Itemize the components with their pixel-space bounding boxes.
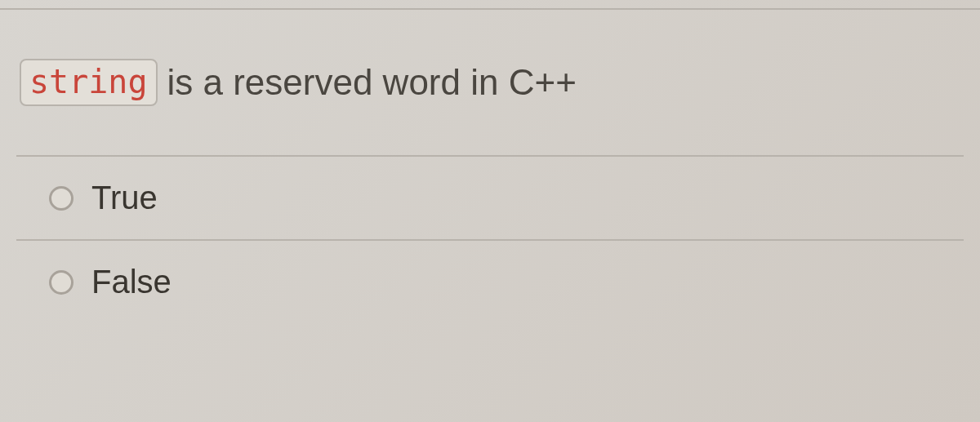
question-prompt: string is a reserved word in C++ [16, 59, 964, 106]
radio-icon[interactable] [49, 186, 74, 211]
option-false[interactable]: False [16, 241, 964, 323]
options-list: True False [16, 155, 964, 323]
question-container: string is a reserved word in C++ True Fa… [0, 0, 980, 323]
option-label: True [91, 180, 158, 216]
option-label: False [91, 264, 172, 300]
question-text: is a reserved word in C++ [167, 62, 577, 103]
option-true[interactable]: True [16, 157, 964, 241]
radio-icon[interactable] [49, 270, 74, 295]
code-token: string [20, 59, 158, 106]
top-divider [0, 8, 980, 10]
